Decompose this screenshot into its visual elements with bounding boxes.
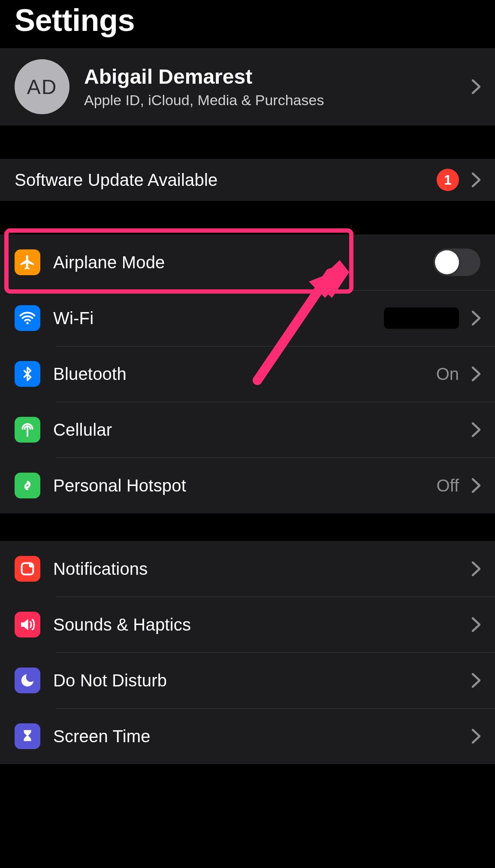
badge-count: 1 [437,169,459,191]
notifications-icon [15,556,40,582]
group-software-update: Software Update Available 1 [0,159,495,201]
hotspot-label: Personal Hotspot [53,476,423,495]
hourglass-icon [15,723,40,749]
svg-point-3 [29,563,33,568]
wifi-row[interactable]: Wi-Fi [0,290,495,346]
bluetooth-value: On [436,364,459,384]
airplane-label: Airplane Mode [53,253,420,272]
software-update-row[interactable]: Software Update Available 1 [0,159,495,201]
group-gap [0,201,495,234]
group-gap [0,513,495,541]
chevron-right-icon [472,729,480,744]
wifi-label: Wi-Fi [53,309,371,328]
chevron-right-icon [472,673,480,688]
notifications-label: Notifications [53,559,459,579]
hotspot-value: Off [436,476,459,495]
bluetooth-row[interactable]: Bluetooth On [0,346,495,402]
notifications-row[interactable]: Notifications [0,541,495,597]
group-gap [0,125,495,159]
profile-text: Abigail Demarest Apple ID, iCloud, Media… [84,65,457,109]
moon-icon [15,668,40,693]
profile-subtitle: Apple ID, iCloud, Media & Purchases [84,92,457,109]
chevron-right-icon [472,422,480,437]
hotspot-icon [15,473,40,498]
airplane-icon [15,249,40,275]
bluetooth-icon [15,361,40,387]
chevron-right-icon [472,173,480,187]
wifi-value-redacted [384,307,459,329]
dnd-row[interactable]: Do Not Disturb [0,653,495,708]
cellular-icon [15,417,40,443]
airplane-toggle[interactable] [433,249,480,276]
sounds-row[interactable]: Sounds & Haptics [0,597,495,653]
hotspot-row[interactable]: Personal Hotspot Off [0,458,495,513]
cellular-row[interactable]: Cellular [0,402,495,458]
chevron-right-icon [472,478,480,493]
chevron-right-icon [472,617,480,632]
software-update-label: Software Update Available [15,170,424,190]
wifi-icon [15,305,40,331]
screentime-label: Screen Time [53,727,459,746]
airplane-mode-row[interactable]: Airplane Mode [0,234,495,290]
group-profile: AD Abigail Demarest Apple ID, iCloud, Me… [0,48,495,125]
sounds-label: Sounds & Haptics [53,615,459,634]
profile-name: Abigail Demarest [84,65,457,88]
dnd-label: Do Not Disturb [53,671,459,690]
avatar: AD [15,59,69,114]
chevron-right-icon [472,311,480,325]
sounds-icon [15,612,40,637]
screentime-row[interactable]: Screen Time [0,708,495,764]
bluetooth-label: Bluetooth [53,364,423,384]
page-title: Settings [0,0,495,48]
chevron-right-icon [472,561,480,576]
group-connectivity: Airplane Mode Wi-Fi Bluetooth On Cellula… [0,234,495,513]
group-system: Notifications Sounds & Haptics Do Not Di… [0,541,495,764]
chevron-right-icon [472,79,480,94]
svg-point-0 [26,322,28,324]
svg-point-1 [27,426,29,428]
cellular-label: Cellular [53,420,459,440]
profile-row[interactable]: AD Abigail Demarest Apple ID, iCloud, Me… [0,48,495,125]
chevron-right-icon [472,367,480,381]
